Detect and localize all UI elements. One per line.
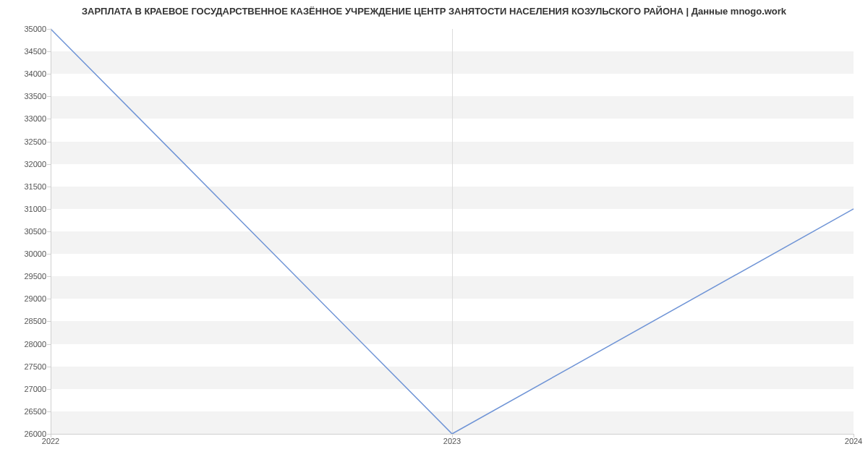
- y-tick-mark: [47, 321, 51, 322]
- y-tick-label: 33000: [24, 114, 46, 123]
- x-tick-label: 2024: [845, 437, 862, 445]
- y-tick-mark: [47, 299, 51, 299]
- y-tick-label: 34500: [24, 47, 46, 56]
- y-tick-label: 28000: [24, 340, 46, 349]
- y-tick-label: 29500: [24, 272, 46, 281]
- line-chart: ЗАРПЛАТА В КРАЕВОЕ ГОСУДАРСТВЕННОЕ КАЗЁН…: [0, 0, 868, 470]
- y-tick-mark: [47, 74, 51, 74]
- y-tick-label: 31500: [24, 182, 46, 191]
- y-tick-label: 33500: [24, 92, 46, 101]
- y-tick-mark: [47, 29, 51, 30]
- y-tick-label: 29000: [24, 294, 46, 303]
- y-tick-label: 30000: [24, 249, 46, 258]
- y-tick-label: 30500: [24, 227, 46, 236]
- y-tick-label: 34000: [24, 69, 46, 78]
- y-tick-mark: [47, 344, 51, 345]
- plot-area: [51, 29, 854, 434]
- y-tick-label: 27000: [24, 385, 46, 393]
- y-tick-mark: [47, 276, 51, 277]
- y-tick-mark: [47, 367, 51, 367]
- x-tick-label: 2022: [42, 437, 59, 445]
- y-tick-label: 32000: [24, 160, 46, 168]
- salary-series-line: [51, 29, 854, 434]
- x-tick-mark: [452, 434, 453, 437]
- y-tick-label: 31000: [24, 205, 46, 213]
- y-tick-label: 27500: [24, 362, 46, 371]
- x-tick-label: 2023: [443, 437, 461, 445]
- y-tick-mark: [47, 231, 51, 232]
- y-tick-mark: [47, 254, 51, 255]
- y-tick-mark: [47, 209, 51, 210]
- y-tick-mark: [47, 119, 51, 119]
- y-tick-mark: [47, 187, 51, 187]
- series-line-svg: [51, 29, 854, 434]
- y-tick-label: 28500: [24, 317, 46, 325]
- y-axis-line: [51, 29, 51, 434]
- y-tick-mark: [47, 142, 51, 142]
- y-tick-mark: [47, 164, 51, 165]
- y-tick-label: 26500: [24, 407, 46, 416]
- x-tick-mark: [51, 434, 51, 437]
- y-tick-label: 32500: [24, 137, 46, 146]
- x-tick-mark: [854, 434, 854, 437]
- y-tick-mark: [47, 51, 51, 52]
- y-tick-mark: [47, 96, 51, 97]
- chart-title: ЗАРПЛАТА В КРАЕВОЕ ГОСУДАРСТВЕННОЕ КАЗЁН…: [0, 6, 868, 17]
- y-tick-mark: [47, 389, 51, 390]
- y-tick-label: 35000: [24, 25, 46, 33]
- y-tick-mark: [47, 411, 51, 412]
